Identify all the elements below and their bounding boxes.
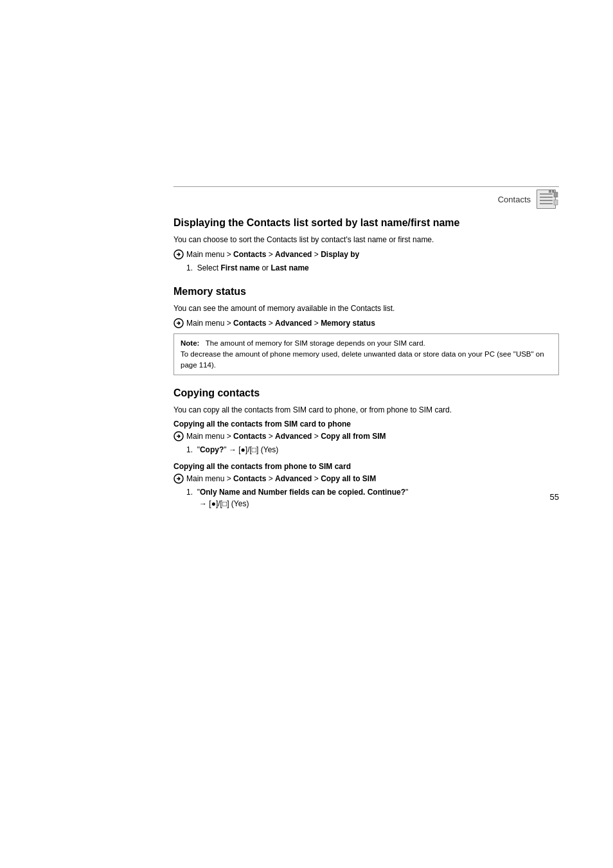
copy-to-sim-nav-text: Main menu > Contacts > Advanced > Copy a… bbox=[186, 474, 376, 483]
section-copying-contacts: Copying contacts You can copy all the co… bbox=[173, 387, 559, 509]
copy-from-sim-nav-text: Main menu > Contacts > Advanced > Copy a… bbox=[186, 432, 386, 441]
nav-arrow-icon-3 bbox=[173, 431, 184, 441]
memory-status-nav: Main menu > Contacts > Advanced > Memory… bbox=[173, 318, 559, 328]
svg-rect-9 bbox=[552, 190, 555, 193]
copy-from-sim-step1: 1. "Copy?" → [●]/[□] (Yes) bbox=[186, 444, 559, 456]
contacts-header: Contacts bbox=[173, 186, 559, 209]
nav-arrow-icon-2 bbox=[173, 318, 184, 328]
note-text2: To decrease the amount of phone memory u… bbox=[181, 350, 544, 369]
note-text1: The amount of memory for SIM storage dep… bbox=[202, 339, 425, 347]
svg-rect-8 bbox=[549, 190, 551, 193]
display-contacts-nav-text: Main menu > Contacts > Advanced > Displa… bbox=[186, 250, 359, 259]
copy-to-sim-subtitle: Copying all the contacts from phone to S… bbox=[173, 462, 559, 471]
display-contacts-nav: Main menu > Contacts > Advanced > Displa… bbox=[173, 249, 559, 260]
display-contacts-title: Displaying the Contacts list sorted by l… bbox=[173, 217, 559, 230]
memory-status-title: Memory status bbox=[173, 285, 559, 299]
section-memory-status: Memory status You can see the amount of … bbox=[173, 285, 559, 376]
section-display-contacts: Displaying the Contacts list sorted by l… bbox=[173, 217, 559, 274]
copy-to-sim-step1: 1. "Only Name and Number fields can be c… bbox=[186, 486, 559, 509]
subsection-copy-to-sim: Copying all the contacts from phone to S… bbox=[173, 462, 559, 509]
memory-status-nav-text: Main menu > Contacts > Advanced > Memory… bbox=[186, 319, 375, 328]
note-label: Note: bbox=[181, 339, 199, 347]
display-contacts-desc: You can choose to sort the Contacts list… bbox=[173, 234, 559, 245]
nav-arrow-icon-4 bbox=[173, 474, 184, 484]
svg-rect-1 bbox=[537, 190, 555, 208]
contacts-icon bbox=[536, 190, 559, 209]
contacts-label: Contacts bbox=[498, 195, 531, 204]
svg-rect-6 bbox=[554, 192, 558, 197]
copy-from-sim-nav: Main menu > Contacts > Advanced > Copy a… bbox=[173, 431, 559, 441]
note-box: Note: The amount of memory for SIM stora… bbox=[173, 333, 559, 376]
nav-arrow-icon bbox=[173, 249, 184, 260]
copying-contacts-desc: You can copy all the contacts from SIM c… bbox=[173, 404, 559, 416]
subsection-copy-from-sim: Copying all the contacts from SIM card t… bbox=[173, 420, 559, 456]
memory-status-desc: You can see the amount of memory availab… bbox=[173, 303, 559, 314]
display-contacts-step1: 1. Select First name or Last name bbox=[186, 262, 559, 274]
copy-to-sim-nav: Main menu > Contacts > Advanced > Copy a… bbox=[173, 474, 559, 484]
page-container: Contacts Displaying the Contacts list so bbox=[0, 0, 613, 868]
page-number: 55 bbox=[550, 492, 559, 502]
svg-rect-7 bbox=[554, 200, 558, 205]
copying-contacts-title: Copying contacts bbox=[173, 387, 559, 400]
copy-from-sim-subtitle: Copying all the contacts from SIM card t… bbox=[173, 420, 559, 429]
content-area: Contacts Displaying the Contacts list so bbox=[173, 186, 559, 521]
